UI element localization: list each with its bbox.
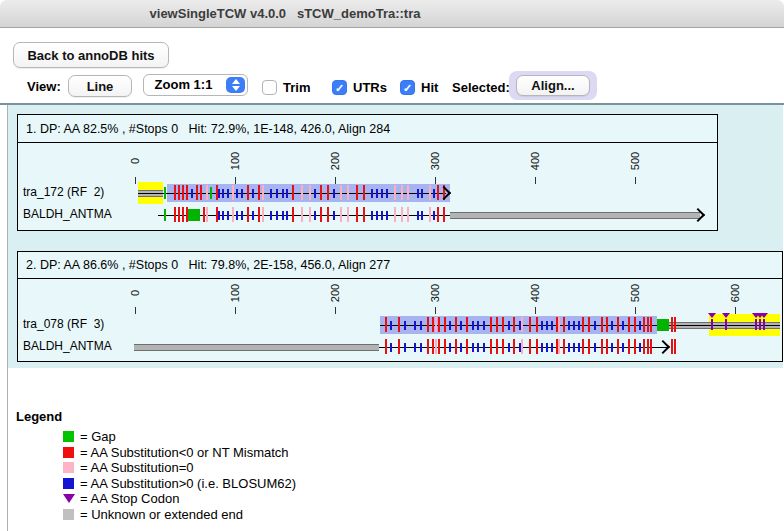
positive-sub-tick [433,211,435,220]
neutral-sub-tick [429,185,431,200]
mismatch-tick [444,339,446,354]
neutral-sub-tick [206,185,208,200]
mismatch-tick [496,317,498,332]
mismatch-tick [502,317,504,332]
mismatch-tick [466,339,468,354]
mismatch-tick [320,207,322,222]
align-button[interactable]: Align... [516,75,590,96]
mismatch-tick [258,207,260,222]
trim-label[interactable]: Trim [283,80,310,95]
positive-sub-tick [404,343,406,352]
extended-end-bar [134,344,379,351]
back-to-annodb-button[interactable]: Back to annoDB hits [13,42,169,68]
mismatch-tick [455,317,457,332]
panel-header: 1. DP: AA 82.5% , #Stops 0 Hit: 72.9%, 1… [18,115,717,143]
neutral-sub-tick [435,317,437,332]
mismatch-tick [203,207,205,222]
positive-sub-tick [449,321,451,330]
positive-sub-tick [573,343,575,352]
mismatch-tick [628,317,630,332]
mismatch-tick [432,317,434,332]
stop-codon-marker [725,319,727,330]
mismatch-tick [643,339,645,354]
positive-sub-tick [218,211,220,220]
neutral-sub-tick [407,207,409,222]
ruler-tick [735,307,736,314]
neutral-sub-tick [206,207,208,222]
positive-sub-tick [227,211,229,220]
mismatch-tick [356,185,358,200]
color-swatch-icon [63,509,74,520]
panel-header: 2. DP: AA 86.6% , #Stops 0 Hit: 79.8%, 2… [18,252,782,279]
view-label: View: [27,79,61,94]
alignment-panel: 1. DP: AA 82.5% , #Stops 0 Hit: 72.9%, 1… [17,114,718,231]
positive-sub-tick [541,343,543,352]
mismatch-tick [247,185,249,200]
hit-checkbox[interactable]: ✓ [400,80,415,95]
mismatch-tick [634,339,636,354]
line-view-button[interactable]: Line [68,75,132,97]
neutral-sub-tick [401,207,403,222]
positive-sub-tick [578,343,580,352]
color-swatch-icon [63,431,74,442]
ruler-tick [235,177,236,184]
positive-sub-tick [314,189,316,198]
utrs-checkbox[interactable]: ✓ [332,80,347,95]
stop-codon-marker [763,319,765,330]
mismatch-tick [674,339,676,354]
mismatch-tick [496,339,498,354]
combo-stepper-icon[interactable] [226,77,245,93]
positive-sub-tick [371,189,373,198]
positive-sub-tick [639,321,641,330]
gap-block [657,319,669,331]
window-titlebar[interactable]: viewSingleTCW v4.0.0 sTCW_demoTra::tra [0,0,784,28]
mismatch-tick [582,339,584,354]
mismatch-tick [443,207,445,222]
positive-sub-tick [483,343,485,352]
ruler-tick [335,307,336,314]
ruler-tick [535,177,536,184]
ruler-tick [435,307,436,314]
legend-item-label: = AA Substitution=0 [80,460,193,476]
hit-label[interactable]: Hit [421,80,438,95]
positive-sub-tick [568,321,570,330]
positive-sub-tick [222,189,224,198]
ruler-label: 200 [329,144,341,178]
trim-checkbox[interactable] [262,80,277,95]
mismatch-tick [178,185,180,200]
mismatch-tick [174,185,176,200]
positive-sub-tick [282,211,284,220]
utrs-label[interactable]: UTRs [353,80,387,95]
mismatch-tick [320,185,322,200]
mismatch-tick [563,339,565,354]
positive-sub-tick [594,343,596,352]
mismatch-tick [363,207,365,222]
sequence-label: tra_172 (RF 2) [23,185,104,199]
positive-sub-tick [236,189,238,198]
neutral-sub-tick [340,185,342,200]
sequence-arrow-icon [656,340,670,354]
ruler-label: 500 [629,144,641,178]
positive-sub-tick [420,321,422,330]
legend-item-label: = AA Substitution<0 or NT Mismatch [80,445,289,461]
positive-sub-tick [551,321,553,330]
ruler-label: 0 [129,144,141,178]
positive-sub-tick [611,321,613,330]
positive-sub-tick [276,211,278,220]
positive-sub-tick [252,189,254,198]
mismatch-tick [650,339,652,354]
ruler-label: 100 [229,276,241,310]
neutral-sub-tick [521,317,523,332]
zoom-select[interactable]: Zoom 1:1 [143,74,248,96]
legend-item-label: = Unknown or extended end [80,507,243,523]
mismatch-tick [674,317,676,332]
mismatch-tick [385,317,387,332]
positive-sub-tick [449,343,451,352]
stop-codon-marker [711,319,713,330]
mismatch-tick [356,207,358,222]
sequence-label: BALDH_ANTMA [23,207,112,221]
mismatch-tick [513,317,515,332]
positive-sub-tick [477,321,479,330]
mismatch-tick [650,317,652,332]
neutral-sub-tick [232,185,234,200]
